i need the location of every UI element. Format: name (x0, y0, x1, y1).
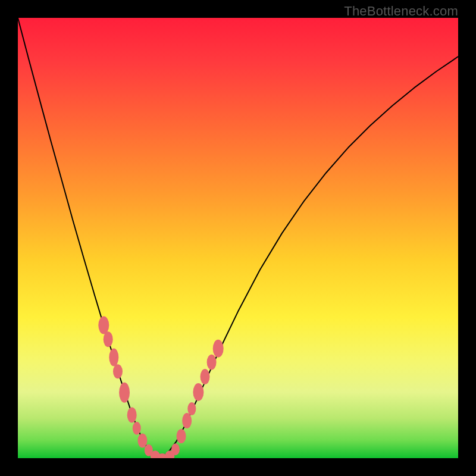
marker-7 (137, 433, 147, 447)
plot-area (18, 18, 458, 458)
marker-1 (104, 331, 113, 347)
marker-2 (109, 349, 118, 367)
marker-3 (113, 364, 123, 378)
marker-12 (171, 443, 180, 455)
marker-17 (201, 369, 210, 384)
marker-6 (133, 422, 141, 435)
chart-frame: TheBottleneck.com (0, 0, 476, 476)
marker-13 (177, 429, 186, 443)
markers-group (98, 317, 223, 458)
marker-0 (98, 317, 109, 334)
watermark-text: TheBottleneck.com (344, 4, 458, 19)
marker-16 (193, 383, 203, 401)
marker-14 (182, 413, 192, 428)
chart-svg (18, 18, 458, 458)
marker-19 (213, 340, 224, 358)
bottleneck-curve (18, 18, 458, 458)
marker-18 (207, 355, 217, 370)
marker-15 (187, 402, 196, 415)
marker-4 (119, 383, 130, 403)
marker-5 (127, 407, 137, 422)
